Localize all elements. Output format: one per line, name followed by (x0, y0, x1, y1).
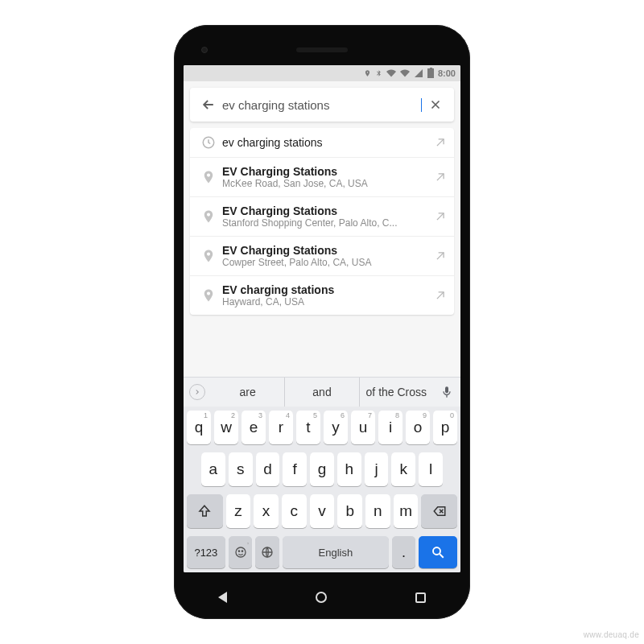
search-bar[interactable]: ev charging stations (190, 88, 454, 122)
nav-home[interactable] (316, 592, 327, 603)
wifi-alert-icon (386, 68, 396, 78)
suggestions-list: ev charging stations EV Charging Station… (190, 128, 454, 315)
key-row-4: ?123 , English . (184, 532, 460, 572)
suggestion-title: EV Charging Stations (222, 244, 430, 257)
key-search[interactable] (419, 536, 457, 568)
bluetooth-icon (375, 68, 382, 78)
clear-icon[interactable] (422, 97, 449, 112)
key-row-1: q1 w2 e3 r4 t5 y6 u7 i8 o9 p0 (184, 407, 460, 448)
suggestion-subtitle: Cowper Street, Palo Alto, CA, USA (222, 257, 430, 268)
key-z[interactable]: z (226, 494, 251, 528)
suggestion-subtitle: McKee Road, San Jose, CA, USA (222, 178, 430, 189)
globe-icon (261, 546, 274, 559)
search-input[interactable]: ev charging stations (222, 98, 422, 112)
prediction[interactable]: and (284, 378, 358, 407)
suggestion-title: EV Charging Stations (222, 165, 430, 178)
key-m[interactable]: m (394, 494, 419, 528)
suggestion-subtitle: Stanford Shopping Center, Palo Alto, C..… (222, 217, 430, 229)
front-camera (201, 47, 208, 53)
key-b[interactable]: b (337, 494, 362, 528)
suggestion-title: ev charging stations (222, 136, 430, 149)
svg-line-7 (440, 554, 444, 558)
key-y[interactable]: y6 (324, 411, 348, 444)
suggestion-place[interactable]: EV charging stations Hayward, CA, USA (190, 275, 454, 315)
key-period[interactable]: . (392, 536, 416, 568)
pin-icon (195, 249, 222, 263)
watermark: www.deuaq.de (584, 630, 639, 639)
svg-rect-1 (446, 395, 447, 398)
keyboard: are and of the Cross q1 w2 e3 r4 t5 y6 u… (184, 377, 460, 572)
key-o[interactable]: o9 (406, 411, 430, 444)
android-nav-bar (174, 592, 470, 603)
suggestion-history[interactable]: ev charging stations (190, 128, 454, 157)
mic-icon[interactable] (433, 386, 460, 398)
key-f[interactable]: f (283, 452, 307, 486)
key-j[interactable]: j (365, 452, 389, 486)
key-g[interactable]: g (310, 452, 334, 486)
suggestion-place[interactable]: EV Charging Stations Cowper Street, Palo… (190, 236, 454, 275)
insert-arrow-icon[interactable] (430, 250, 446, 262)
insert-arrow-icon[interactable] (430, 137, 446, 148)
key-w[interactable]: w2 (214, 411, 238, 444)
key-t[interactable]: t5 (296, 411, 320, 444)
key-l[interactable]: l (419, 452, 443, 486)
cell-signal-icon (414, 68, 423, 78)
key-p[interactable]: p0 (433, 411, 457, 444)
svg-point-2 (236, 547, 246, 557)
pin-icon (195, 170, 222, 184)
suggestion-place[interactable]: EV Charging Stations Stanford Shopping C… (190, 196, 454, 236)
key-d[interactable]: d (256, 452, 280, 486)
location-icon (364, 68, 371, 78)
key-r[interactable]: r4 (269, 411, 293, 444)
expand-predictions[interactable] (184, 384, 211, 400)
key-backspace[interactable] (421, 494, 457, 528)
key-e[interactable]: e3 (242, 411, 266, 444)
history-icon (195, 135, 222, 150)
key-row-3: z x c v b n m (184, 490, 460, 532)
key-space[interactable]: English (283, 536, 389, 568)
key-v[interactable]: v (310, 494, 335, 528)
key-emoji[interactable]: , (229, 536, 253, 568)
key-symbols[interactable]: ?123 (187, 536, 225, 568)
insert-arrow-icon[interactable] (430, 211, 446, 222)
nav-back[interactable] (218, 592, 227, 603)
key-shift[interactable] (187, 494, 223, 528)
key-n[interactable]: n (365, 494, 390, 528)
svg-point-4 (242, 551, 242, 551)
key-row-2: a s d f g h j k l (184, 448, 460, 490)
key-h[interactable]: h (337, 452, 361, 486)
prediction[interactable]: are (211, 378, 284, 407)
key-k[interactable]: k (391, 452, 415, 486)
earpiece (296, 47, 348, 52)
suggestion-subtitle: Hayward, CA, USA (222, 296, 430, 308)
status-bar: 8:00 (184, 65, 460, 81)
status-clock: 8:00 (438, 68, 456, 78)
key-x[interactable]: x (254, 494, 279, 528)
key-language[interactable] (255, 536, 279, 568)
emoji-icon (234, 546, 247, 559)
pin-icon (195, 209, 222, 224)
key-c[interactable]: c (282, 494, 307, 528)
svg-point-3 (238, 551, 239, 551)
prediction[interactable]: of the Cross (359, 378, 433, 407)
key-u[interactable]: u7 (351, 411, 375, 444)
nav-recents[interactable] (415, 592, 426, 603)
key-a[interactable]: a (201, 452, 225, 486)
backspace-icon (431, 504, 448, 518)
insert-arrow-icon[interactable] (430, 171, 446, 183)
suggestion-title: EV Charging Stations (222, 204, 430, 217)
battery-icon (427, 68, 434, 78)
insert-arrow-icon[interactable] (430, 290, 446, 301)
back-icon[interactable] (195, 97, 222, 113)
key-q[interactable]: q1 (187, 411, 211, 444)
suggestion-title: EV charging stations (222, 283, 430, 296)
suggestion-place[interactable]: EV Charging Stations McKee Road, San Jos… (190, 157, 454, 196)
screen: 8:00 ev charging stations ev charging st… (184, 65, 460, 572)
shift-icon (197, 504, 212, 518)
svg-point-6 (433, 547, 440, 555)
prediction-row: are and of the Cross (184, 378, 460, 407)
key-s[interactable]: s (229, 452, 253, 486)
key-i[interactable]: i8 (378, 411, 402, 444)
wifi-icon (400, 68, 410, 78)
phone-frame: 8:00 ev charging stations ev charging st… (174, 25, 470, 619)
